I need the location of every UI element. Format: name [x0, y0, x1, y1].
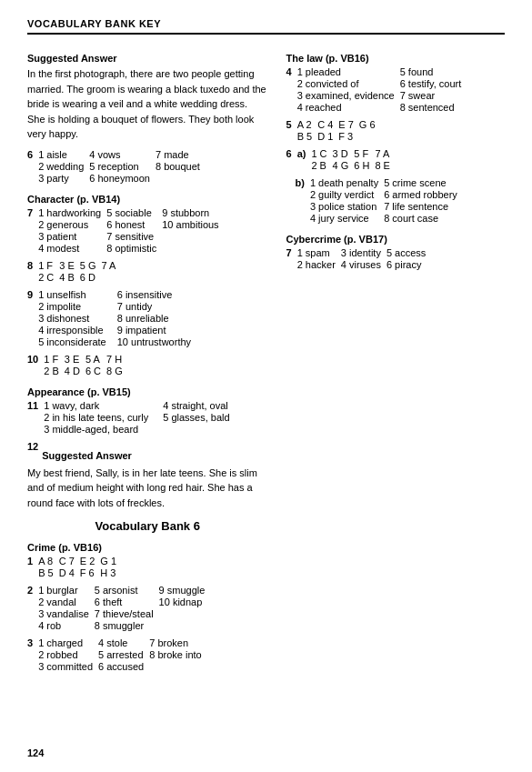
crime3-4: 4 stole	[98, 637, 149, 649]
item7-7: 7 sensitive	[106, 231, 162, 243]
law6a-3d: 3 D	[333, 148, 355, 160]
item11-3: 3 middle-aged, beard	[44, 424, 154, 436]
crime2-3: 3 vandalise	[38, 608, 95, 620]
crime3-1: 1 charged	[38, 637, 98, 649]
item7-5: 5 sociable	[106, 207, 162, 219]
cyber7-5: 5 access	[386, 247, 431, 259]
item6-6: 6 honeymoon	[89, 173, 156, 185]
suggested-answer-title: Suggested Answer	[27, 53, 268, 64]
law4-5: 5 found	[400, 66, 467, 78]
cyber7-3: 3 identity	[341, 247, 386, 259]
law6b-4: 4 jury service	[310, 213, 384, 225]
law6b-6: 6 armed robbery	[384, 189, 463, 201]
item9-3: 3 dishonest	[38, 313, 112, 325]
law6a-2b: 2 B	[311, 160, 332, 172]
item-6: 6 1 aisle 4 vows 7 made 2 wedding 5 rece…	[27, 149, 268, 185]
item-7: 7 1 hardworking 5 sociable 9 stubborn 2 …	[27, 207, 268, 255]
law-item-5: 5 A 2 C 4 E 7 G 6 B 5 D 1 F 3	[286, 119, 505, 143]
item6-4: 4 vows	[89, 149, 156, 161]
crime1-e2: E 2	[80, 556, 101, 567]
crime1-c7: C 7	[59, 556, 80, 567]
appearance-title: Appearance (p. VB15)	[27, 386, 268, 397]
crime2-4: 4 rob	[38, 620, 95, 632]
law6b-1: 1 death penalty	[310, 177, 384, 189]
item10-4d: 4 D	[65, 366, 85, 377]
crime1-h3: H 3	[100, 567, 122, 579]
law6b-8: 8 court case	[384, 213, 463, 225]
law6a-8e: 8 E	[375, 160, 396, 172]
crime3-6: 6 accused	[98, 661, 149, 673]
law5-c4: C 4	[317, 119, 338, 131]
item9-4: 4 irresponsible	[38, 325, 112, 336]
item7-1: 1 hardworking	[38, 207, 106, 219]
item10-3e: 3 E	[65, 354, 85, 366]
item9-6: 6 insensitive	[117, 289, 196, 301]
law-item-6a: 6 a) 1 C 3 D 5 F 7 A 2 B 4 G 6 H 8 E	[286, 148, 505, 172]
law4-4: 4 reached	[297, 102, 400, 114]
item-8: 8 1 F 3 E 5 G 7 A 2 C 4 B 6 D	[27, 260, 268, 284]
item9-5: 5 inconsiderate	[38, 336, 112, 348]
item8-1f: 1 F	[38, 260, 59, 272]
law5-e7: E 7	[338, 119, 359, 131]
law5-d1: D 1	[317, 131, 338, 143]
item-12: 12 Suggested Answer My best friend, Sall…	[27, 441, 268, 511]
item10-2b: 2 B	[44, 366, 65, 377]
law6a-1c: 1 C	[311, 148, 332, 160]
law6b-3: 3 police station	[310, 201, 384, 213]
law4-8: 8 sentenced	[400, 102, 467, 114]
item6-1: 1 aisle	[38, 149, 89, 161]
item10-7h: 7 H	[106, 354, 128, 366]
page-number: 124	[27, 747, 44, 758]
law6a-7a: 7 A	[375, 148, 396, 160]
crime3-8: 8 broke into	[149, 649, 206, 661]
item8-7a: 7 A	[102, 260, 122, 272]
item8-4b: 4 B	[59, 272, 80, 284]
crime1-g1: G 1	[100, 556, 122, 567]
left-column: Suggested Answer In the first photograph…	[27, 44, 268, 678]
item6-5: 5 reception	[89, 161, 156, 173]
right-column: The law (p. VB16) 4 1 pleaded 5 found 2 …	[286, 44, 505, 678]
item-11: 11 1 wavy, dark 4 straight, oval 2 in hi…	[27, 400, 268, 436]
item11-2: 2 in his late teens, curly	[44, 412, 154, 424]
item8-6d: 6 D	[80, 272, 102, 284]
item-9: 9 1 unselfish 6 insensitive 2 impolite 7…	[27, 289, 268, 348]
cyber7-4: 4 viruses	[341, 259, 386, 271]
item9-8: 8 unreliable	[117, 313, 196, 325]
page-header: Vocabulary Bank Key	[27, 18, 505, 35]
character-title: Character (p. VB14)	[27, 194, 268, 205]
item6-2: 2 wedding	[38, 161, 89, 173]
crime-title: Crime (p. VB16)	[27, 542, 268, 553]
item12-num: 12	[27, 441, 38, 464]
crime2-7: 7 thieve/steal	[95, 608, 159, 620]
cyber7-2: 2 hacker	[297, 259, 341, 271]
crime3-2: 2 robbed	[38, 649, 98, 661]
law6b-2: 2 guilty verdict	[310, 189, 384, 201]
law4-6: 6 testify, court	[400, 78, 467, 90]
cyber-item-7: 7 1 spam 3 identity 5 access 2 hacker 4 …	[286, 247, 505, 271]
crime2-5: 5 arsonist	[95, 585, 159, 597]
crime3-3: 3 committed	[38, 661, 98, 673]
law6b-5: 5 crime scene	[384, 177, 463, 189]
suggested-answer-body: In the first photograph, there are two p…	[27, 66, 268, 142]
item7-8: 8 optimistic	[106, 243, 162, 255]
law4-3: 3 examined, evidence	[297, 90, 400, 102]
item8-2c: 2 C	[38, 272, 59, 284]
item10-5a: 5 A	[85, 354, 106, 366]
item6-3: 3 party	[38, 173, 89, 185]
cybercrime-title: Cybercrime (p. VB17)	[286, 234, 505, 245]
law4-2: 2 convicted of	[297, 78, 400, 90]
law5-a2: A 2	[297, 119, 318, 131]
crime1-b5: B 5	[38, 567, 59, 579]
item6-8: 8 bouquet	[156, 161, 206, 173]
item9-2: 2 impolite	[38, 301, 112, 313]
crime2-10: 10 kidnap	[159, 597, 211, 608]
item6-7: 7 made	[156, 149, 206, 161]
item11-4: 4 straight, oval	[154, 400, 235, 412]
crime-item-3: 3 1 charged 4 stole 7 broken 2 robbed 5 …	[27, 637, 268, 673]
item8-5g: 5 G	[80, 260, 102, 272]
item-10: 10 1 F 3 E 5 A 7 H 2 B 4 D 6 C 8 G	[27, 354, 268, 377]
item11-5: 5 glasses, bald	[154, 412, 235, 424]
crime1-a8: A 8	[38, 556, 59, 567]
crime-item-1: 1 A 8 C 7 E 2 G 1 B 5 D 4 F 6 H 3	[27, 556, 268, 579]
item10-8g: 8 G	[106, 366, 128, 377]
